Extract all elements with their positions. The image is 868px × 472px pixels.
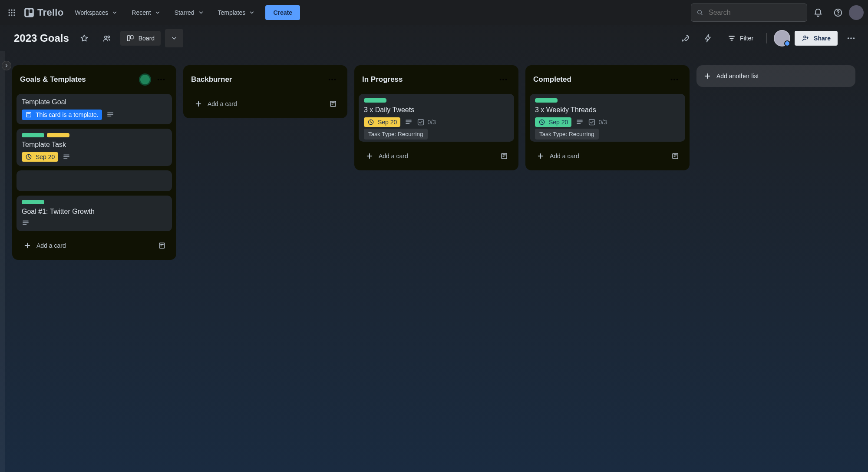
add-card-button[interactable]: Add a card <box>190 96 241 111</box>
label-green[interactable] <box>22 200 44 204</box>
card[interactable]: Template TaskSep 20 <box>17 129 172 166</box>
member-avatar[interactable] <box>774 30 790 47</box>
create-from-template-button[interactable] <box>668 149 683 163</box>
label-yellow[interactable] <box>47 133 69 137</box>
card-labels <box>22 200 167 204</box>
add-card-label: Add a card <box>208 100 237 107</box>
card[interactable]: 3 x Daily TweetsSep 200/3Task Type: Recu… <box>359 94 514 142</box>
card[interactable]: 3 x Weekly ThreadsSep 200/3Task Type: Re… <box>530 94 685 142</box>
notifications-button[interactable] <box>809 3 827 22</box>
board-menu-button[interactable] <box>842 29 860 47</box>
help-button[interactable] <box>829 3 847 22</box>
board-icon <box>126 34 134 42</box>
view-switcher-board[interactable]: Board <box>120 31 161 46</box>
add-card-button[interactable]: Add a card <box>19 238 70 253</box>
description-icon <box>576 118 584 126</box>
card-labels <box>364 98 509 103</box>
description-icon <box>405 118 413 126</box>
trello-logo[interactable]: Trello <box>23 7 64 18</box>
due-date-text: Sep 20 <box>378 119 397 126</box>
view-switcher-label: Board <box>139 35 155 42</box>
list-title[interactable]: In Progress <box>362 75 403 84</box>
list-menu-button[interactable] <box>496 72 511 87</box>
create-from-template-button[interactable] <box>326 96 340 111</box>
automation-button[interactable] <box>699 29 717 47</box>
custom-field-chip: Task Type: Recurring <box>364 129 428 140</box>
add-card-button[interactable]: Add a card <box>532 149 584 163</box>
chevron-down-icon <box>198 10 204 16</box>
card-labels <box>22 133 167 137</box>
board-title[interactable]: 2023 Goals <box>14 32 69 44</box>
nav-starred[interactable]: Starred <box>168 6 210 20</box>
list-title[interactable]: Completed <box>533 75 571 84</box>
star-button[interactable] <box>75 29 93 47</box>
due-date-badge[interactable]: Sep 20 <box>22 152 58 162</box>
separator-card[interactable] <box>17 170 172 191</box>
list-completed: Completed 3 x Weekly ThreadsSep 200/3Tas… <box>525 65 690 170</box>
topbar: Trello Workspaces Recent Starred Templat… <box>0 0 868 25</box>
sidebar-expand-button[interactable] <box>2 61 11 70</box>
user-plus-icon <box>802 34 809 42</box>
create-from-template-button[interactable] <box>497 149 512 163</box>
description-icon <box>22 219 30 227</box>
list-title[interactable]: Goals & Templates <box>20 75 86 84</box>
nav-templates[interactable]: Templates <box>212 6 261 20</box>
label-green[interactable] <box>22 133 44 137</box>
list-menu-button[interactable] <box>667 72 682 87</box>
checklist-count: 0/3 <box>598 119 607 126</box>
custom-field-chip: Task Type: Recurring <box>535 129 599 140</box>
sidebar-collapsed[interactable] <box>0 51 5 472</box>
filter-icon <box>728 34 736 42</box>
card-title: Template Task <box>22 141 167 149</box>
label-green[interactable] <box>535 98 558 103</box>
due-date-badge[interactable]: Sep 20 <box>535 117 571 127</box>
nav-workspaces[interactable]: Workspaces <box>69 6 124 20</box>
powerups-button[interactable] <box>677 29 695 47</box>
chevron-down-icon <box>155 10 161 16</box>
card-badges <box>22 219 167 227</box>
search-field[interactable] <box>708 8 802 17</box>
due-date-text: Sep 20 <box>549 119 568 126</box>
due-date-badge[interactable]: Sep 20 <box>364 117 400 127</box>
card-title: 3 x Daily Tweets <box>364 106 509 114</box>
list-footer: Add a card <box>188 94 343 114</box>
list-backburner: Backburner Add a card <box>183 65 347 118</box>
list-menu-button[interactable] <box>325 72 340 87</box>
list-header: In Progress <box>359 70 514 90</box>
card-title: 3 x Weekly Threads <box>535 106 680 114</box>
card-labels <box>535 98 680 103</box>
create-button[interactable]: Create <box>265 5 300 20</box>
label-green[interactable] <box>364 98 386 103</box>
add-card-button[interactable]: Add a card <box>361 149 413 163</box>
create-from-template-button[interactable] <box>155 238 169 253</box>
divider <box>766 33 767 43</box>
list-header: Completed <box>530 70 685 90</box>
list-header: Goals & Templates <box>17 70 172 90</box>
add-card-label: Add a card <box>379 153 408 160</box>
nav-templates-label: Templates <box>218 9 246 16</box>
apps-button[interactable] <box>3 3 21 22</box>
card-badges: Sep 200/3 <box>535 117 680 127</box>
card[interactable]: Goal #1: Twitter Growth <box>17 196 172 231</box>
search-input[interactable] <box>691 3 807 22</box>
list-footer: Add a card <box>17 236 172 256</box>
list-menu-button[interactable] <box>154 72 168 87</box>
nav-recent[interactable]: Recent <box>125 6 166 20</box>
card-badges: Sep 20 <box>22 152 167 162</box>
user-avatar[interactable] <box>849 5 864 20</box>
view-switcher-dropdown[interactable] <box>165 29 183 47</box>
add-card-label: Add a card <box>36 242 66 249</box>
add-card-label: Add a card <box>550 153 579 160</box>
card[interactable]: Template Goal This card is a template. <box>17 94 172 124</box>
list-title[interactable]: Backburner <box>191 75 232 84</box>
template-indicator-row: This card is a template. <box>22 110 167 120</box>
filter-button[interactable]: Filter <box>722 31 759 46</box>
visibility-button[interactable] <box>98 29 116 47</box>
share-button[interactable]: Share <box>795 31 838 46</box>
board-header: 2023 Goals Board Filter Share <box>0 25 868 51</box>
search-icon <box>696 9 703 17</box>
add-list-button[interactable]: Add another list <box>696 65 855 87</box>
checklist-count: 0/3 <box>427 119 436 126</box>
description-icon <box>63 153 70 161</box>
card-badges: Sep 200/3 <box>364 117 509 127</box>
